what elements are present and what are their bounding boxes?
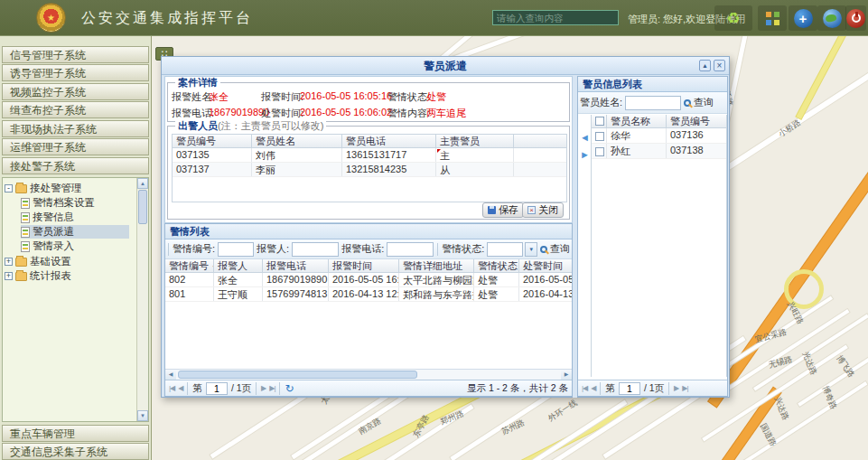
col-header-alert-code[interactable]: 警情编号▼ xyxy=(165,259,214,272)
transfer-right-icon[interactable]: ► xyxy=(580,150,590,160)
collapse-icon[interactable]: ▲ xyxy=(699,60,711,71)
sidebar-item-checkpoint[interactable]: 缉查布控子系统 xyxy=(2,101,149,118)
last-page-icon[interactable]: ▶| xyxy=(682,384,687,392)
save-button[interactable]: 保存 xyxy=(482,202,524,218)
tree-node-statistics[interactable]: + 统计报表 xyxy=(5,269,71,283)
alerts-panel-title: 警情列表 xyxy=(165,224,572,239)
page-number-input[interactable] xyxy=(206,382,228,395)
app-title: 公安交通集成指挥平台 xyxy=(81,9,253,28)
sidebar: 信号管理子系统 诱导管理子系统 视频监控子系统 缉查布控子系统 非现场执法子系统… xyxy=(0,36,152,460)
col-header-report-time[interactable]: 报警时间 xyxy=(329,259,399,272)
col-header-status[interactable]: 警情状态 xyxy=(474,259,519,272)
sidebar-item-key-vehicles[interactable]: 重点车辆管理 xyxy=(2,425,149,442)
dialog-titlebar[interactable]: 警员派遣 ▲ × xyxy=(162,57,729,75)
close-button[interactable]: × 关闭 xyxy=(522,202,564,218)
last-page-icon[interactable]: ▶| xyxy=(269,384,275,392)
filter-caller-input[interactable] xyxy=(292,242,339,257)
scrollbar-thumb[interactable] xyxy=(138,190,147,224)
close-icon[interactable]: × xyxy=(714,60,725,71)
roster-search-button[interactable]: 查询 xyxy=(694,96,714,109)
prev-page-icon[interactable]: ◀ xyxy=(178,384,182,392)
scroll-down-icon[interactable]: ▼ xyxy=(137,410,148,421)
officer-row[interactable]: 037137 李丽 13215814235 从 xyxy=(173,163,566,177)
col-header-filler xyxy=(514,135,566,147)
officer-name-input[interactable] xyxy=(625,96,681,110)
col-header-address[interactable]: 警情详细地址 xyxy=(399,259,474,272)
prev-page-icon[interactable]: ◀ xyxy=(591,384,595,392)
tree-scrollbar[interactable]: ▲ ▼ xyxy=(136,178,148,421)
alert-row[interactable]: 801 王守顺 15769974813 2016-04-13 12:... 郑和… xyxy=(165,287,572,302)
report-time-value: 2016-05-05 16:05:16 xyxy=(300,90,392,101)
col-header-officer-phone[interactable]: 警员电话 xyxy=(342,135,436,147)
filter-phone-label: 报警电话: xyxy=(341,242,384,256)
top-header-bar: 公安交通集成指挥平台 管理员: 您好,欢迎登陆使用 ♻ + xyxy=(0,0,868,36)
expand-toggle-icon[interactable]: + xyxy=(5,272,13,280)
add-button[interactable]: + xyxy=(789,5,817,31)
lead-role-cell[interactable]: 主 xyxy=(436,148,514,162)
first-page-icon[interactable]: |◀ xyxy=(582,384,587,392)
recycle-button[interactable]: ♻ xyxy=(714,5,752,31)
tree-node-dispatch-mgmt[interactable]: - 接处警管理 xyxy=(5,182,82,195)
scrollbar-thumb[interactable] xyxy=(178,371,417,379)
col-header-handle-time[interactable]: 处警时间 xyxy=(519,259,572,272)
roster-row[interactable]: 孙红 037138 xyxy=(592,144,726,159)
col-header-roster-code[interactable]: 警员编号 xyxy=(667,115,726,127)
map-road-label: 国道路 xyxy=(757,421,779,448)
filter-code-input[interactable] xyxy=(218,242,254,257)
logout-button[interactable] xyxy=(845,5,866,31)
global-search-input[interactable] xyxy=(492,10,619,25)
map-road-label: 外环一线 xyxy=(546,397,579,425)
alerts-filter-toolbar: 警情编号: 报警人: 报警电话: 警情状态: ▼ 查询 xyxy=(165,239,572,259)
scroll-left-icon[interactable]: ◀ xyxy=(165,370,176,380)
alerts-horizontal-scrollbar[interactable]: ◀ ▶ xyxy=(165,369,572,380)
tree-node-alert-info[interactable]: 接警信息 xyxy=(21,211,74,224)
map-mode-button[interactable] xyxy=(817,5,846,31)
roster-row[interactable]: 徐华 037136 xyxy=(592,128,726,144)
filter-phone-input[interactable] xyxy=(387,242,434,257)
row-checkbox[interactable] xyxy=(592,128,607,143)
sidebar-item-ops[interactable]: 运维管理子系统 xyxy=(2,138,149,155)
scroll-right-icon[interactable]: ▶ xyxy=(561,370,572,380)
col-header-officer-code[interactable]: 警员编号 xyxy=(173,135,252,147)
expand-toggle-icon[interactable]: + xyxy=(5,258,13,266)
filter-status-select[interactable] xyxy=(487,242,523,257)
next-page-icon[interactable]: ▶ xyxy=(674,384,678,392)
map-road-label: 南京路 xyxy=(357,415,384,437)
transfer-left-icon[interactable]: ◄ xyxy=(580,133,590,143)
dropdown-arrow-icon[interactable]: ▼ xyxy=(525,242,537,257)
alerts-search-button[interactable]: 查询 xyxy=(550,242,570,256)
col-header-roster-name[interactable]: 警员名称 xyxy=(607,115,667,127)
first-page-icon[interactable]: |◀ xyxy=(169,384,174,392)
scroll-up-icon[interactable]: ▲ xyxy=(137,178,148,189)
sidebar-item-dispatch[interactable]: 接处警子系统 xyxy=(2,157,149,174)
sidebar-item-guidance[interactable]: 诱导管理子系统 xyxy=(2,64,149,81)
document-icon xyxy=(21,227,30,238)
dialog-title: 警员派遣 xyxy=(162,57,729,75)
col-header-lead-officer[interactable]: 主责警员 xyxy=(436,135,514,147)
tree-node-alert-archive[interactable]: 警情档案设置 xyxy=(21,196,95,210)
col-header-caller[interactable]: 报警人 xyxy=(214,259,263,272)
document-icon xyxy=(21,212,30,223)
modules-button[interactable] xyxy=(758,5,787,31)
next-page-icon[interactable]: ▶ xyxy=(261,384,266,392)
alert-content-value: 两车追尾 xyxy=(426,107,466,120)
alert-row[interactable]: 802 张全 18679019890 2016-05-05 16:... 太平北… xyxy=(165,273,572,287)
folder-icon xyxy=(15,258,27,267)
map-road-label: 博奇路 xyxy=(819,384,839,411)
col-header-phone[interactable]: 报警电话 xyxy=(263,259,329,272)
tree-node-basic-settings[interactable]: + 基础设置 xyxy=(5,255,71,268)
tree-node-alert-entry[interactable]: 警情录入 xyxy=(21,239,74,253)
tree-node-officer-dispatch[interactable]: 警员派遣 xyxy=(21,225,129,239)
sidebar-item-video[interactable]: 视频监控子系统 xyxy=(2,83,149,100)
document-icon xyxy=(21,241,30,252)
sidebar-item-signal[interactable]: 信号管理子系统 xyxy=(2,46,149,63)
row-checkbox[interactable] xyxy=(592,144,607,158)
col-header-officer-name[interactable]: 警员姓名 xyxy=(252,135,342,147)
refresh-icon[interactable]: ↻ xyxy=(285,383,294,394)
collapse-toggle-icon[interactable]: - xyxy=(5,184,13,192)
select-all-checkbox[interactable] xyxy=(592,115,607,127)
sidebar-item-traffic-info[interactable]: 交通信息采集子系统 xyxy=(2,443,149,460)
page-number-input[interactable] xyxy=(619,382,640,395)
sidebar-item-offsite[interactable]: 非现场执法子系统 xyxy=(2,120,149,137)
officer-row[interactable]: 037135 刘伟 13615131717 主 xyxy=(173,148,566,163)
